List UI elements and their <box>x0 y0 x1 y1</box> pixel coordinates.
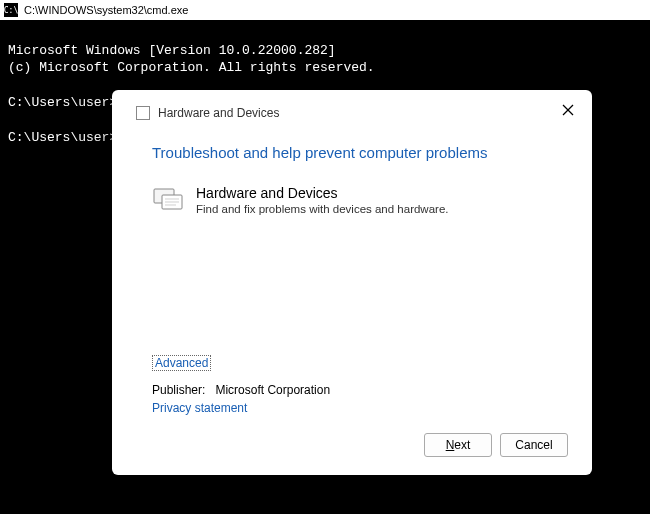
cmd-icon: C:\ <box>4 3 18 17</box>
next-button[interactable]: Next <box>424 433 492 457</box>
advanced-link[interactable]: Advanced <box>152 355 211 371</box>
close-button[interactable] <box>558 100 578 120</box>
cancel-button[interactable]: Cancel <box>500 433 568 457</box>
publisher-label: Publisher: <box>152 383 205 397</box>
cmd-title-path: C:\WINDOWS\system32\cmd.exe <box>24 4 188 16</box>
troubleshooter-dialog: Hardware and Devices Troubleshoot and he… <box>112 90 592 475</box>
terminal-line: Microsoft Windows [Version 10.0.22000.28… <box>8 43 336 58</box>
dialog-footer: Next Cancel <box>136 433 568 457</box>
dialog-title: Troubleshoot and help prevent computer p… <box>152 144 568 161</box>
cmd-titlebar: C:\ C:\WINDOWS\system32\cmd.exe <box>0 0 650 20</box>
dialog-header-label: Hardware and Devices <box>158 106 279 120</box>
publisher-row: Publisher: Microsoft Corporation <box>152 383 568 397</box>
dialog-header: Hardware and Devices <box>136 106 568 120</box>
device-icon <box>152 185 184 213</box>
close-icon <box>562 104 574 116</box>
privacy-link[interactable]: Privacy statement <box>152 401 568 415</box>
terminal-line: (c) Microsoft Corporation. All rights re… <box>8 60 375 75</box>
section-heading: Hardware and Devices <box>196 185 449 201</box>
terminal-prompt: C:\Users\user> <box>8 130 117 145</box>
hardware-icon <box>136 106 150 120</box>
dialog-body: Hardware and Devices Find and fix proble… <box>152 185 568 215</box>
section-description: Find and fix problems with devices and h… <box>196 203 449 215</box>
publisher-value: Microsoft Corporation <box>215 383 330 397</box>
